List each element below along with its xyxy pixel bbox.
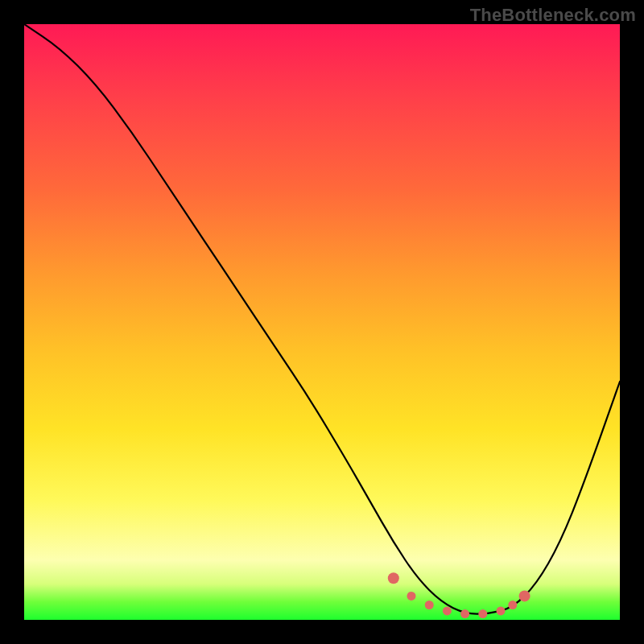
highlight-dot	[478, 609, 487, 618]
highlight-dot	[425, 601, 434, 609]
highlight-dot	[508, 601, 517, 609]
highlight-dot	[407, 592, 416, 601]
highlight-dot	[519, 590, 530, 601]
watermark-text: TheBottleneck.com	[470, 5, 636, 26]
curve-layer	[24, 24, 620, 620]
highlight-dot	[460, 609, 469, 618]
highlight-dot	[388, 572, 399, 584]
highlight-dot	[497, 606, 506, 615]
plot-area	[24, 24, 620, 620]
bottleneck-curve	[24, 24, 620, 614]
chart-frame: TheBottleneck.com	[0, 0, 644, 644]
highlight-dot	[443, 606, 452, 615]
